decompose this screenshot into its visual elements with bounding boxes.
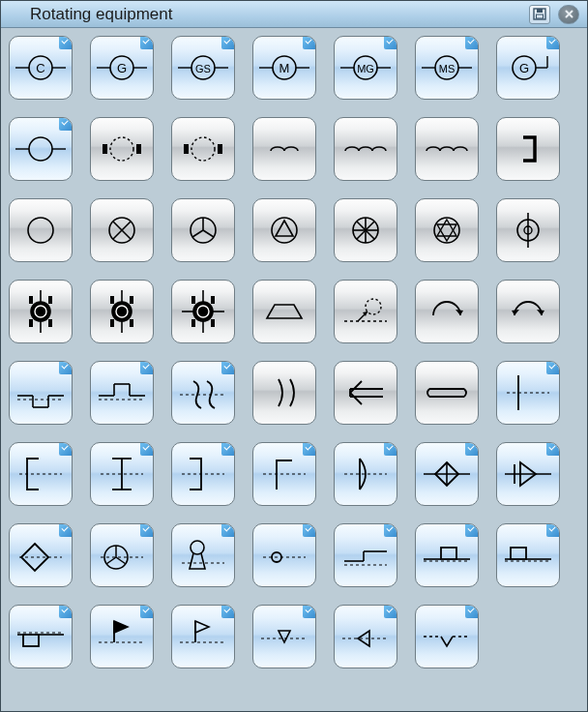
stencil-dashed-blocks-1[interactable] [90, 117, 154, 181]
svg-marker-59 [437, 224, 456, 241]
stencil-block-left-dash[interactable] [496, 523, 560, 587]
stencil-trapezoid[interactable] [252, 280, 316, 343]
stencil-vee-dash[interactable] [415, 605, 479, 668]
check-corner-icon [384, 524, 397, 537]
svg-marker-97 [456, 310, 463, 315]
stencil-flag-tri-dash[interactable] [90, 605, 154, 668]
check-corner-icon [59, 524, 72, 537]
check-corner-icon [384, 443, 397, 456]
check-corner-icon [546, 37, 559, 49]
panel-window: Rotating equipment CGGSMMGMSG [0, 0, 588, 712]
check-corner-icon [59, 606, 72, 618]
check-corner-icon [303, 524, 315, 537]
stencil-circle-thru[interactable] [496, 198, 560, 262]
check-corner-icon [59, 37, 72, 49]
close-icon [564, 9, 574, 19]
svg-marker-51 [276, 221, 293, 236]
check-corner-icon [221, 606, 234, 618]
check-corner-icon [384, 37, 397, 49]
stencil-arcs-3[interactable] [334, 117, 397, 181]
check-corner-icon [546, 362, 559, 374]
check-corner-icon [546, 443, 559, 456]
stencil-circle[interactable] [9, 198, 73, 262]
stencil-tri-down-dash[interactable] [252, 605, 316, 668]
svg-rect-79 [110, 319, 114, 327]
stencil-generator-g[interactable]: G [90, 36, 154, 100]
svg-rect-78 [130, 296, 133, 304]
stencil-curly-pair-dash[interactable] [171, 361, 235, 425]
check-corner-icon [140, 362, 153, 374]
svg-text:C: C [36, 61, 44, 75]
stencil-arcs-3b[interactable] [415, 117, 479, 181]
stencil-l-step[interactable] [252, 442, 316, 506]
svg-rect-80 [130, 319, 133, 327]
stencil-circle-x[interactable] [90, 198, 154, 262]
svg-line-143 [106, 557, 116, 564]
stencil-tri-back[interactable] [496, 442, 560, 506]
stencil-arcs-2[interactable] [252, 117, 316, 181]
svg-rect-162 [23, 635, 39, 646]
stencil-circle-tri-up[interactable] [252, 198, 316, 262]
check-corner-icon [140, 524, 153, 537]
stencil-notch-up[interactable] [9, 361, 73, 425]
stencil-bracket-open[interactable] [9, 442, 73, 506]
stencil-rhombus-dash[interactable] [9, 523, 73, 587]
stencil-block-up-dash[interactable] [415, 523, 479, 587]
stencil-generator-sync-gs[interactable]: GS [171, 36, 235, 100]
stencil-keyhole-dash[interactable] [171, 523, 235, 587]
stencil-circle-tri[interactable] [171, 198, 235, 262]
svg-point-42 [28, 218, 53, 243]
stencil-step-dash[interactable] [334, 523, 397, 587]
save-button[interactable] [529, 5, 550, 24]
stencil-panel: CGGSMMGMSG [1, 28, 587, 711]
stencil-motor-generator-mg[interactable]: MG [334, 36, 397, 100]
stencil-generator-g-alt[interactable]: G [496, 36, 560, 100]
stencil-wound-2[interactable] [90, 280, 154, 343]
svg-marker-170 [195, 621, 209, 633]
stencil-wound-3[interactable] [171, 280, 235, 343]
stencil-motor-m[interactable]: M [252, 36, 316, 100]
svg-text:M: M [279, 61, 290, 75]
stencil-bracket[interactable] [496, 117, 560, 181]
stencil-lens-dash[interactable] [334, 442, 397, 506]
stencil-wound-1[interactable] [9, 280, 73, 343]
check-corner-icon [465, 443, 478, 456]
stencil-motor-sync-ms[interactable]: MS [415, 36, 479, 100]
svg-text:MS: MS [439, 63, 456, 74]
check-corner-icon [465, 606, 478, 618]
stencil-arc-arrow[interactable] [415, 280, 479, 343]
stencil-bracket-close[interactable] [171, 442, 235, 506]
svg-text:G: G [519, 61, 529, 75]
svg-rect-158 [511, 548, 526, 559]
stencil-dot-dash[interactable] [252, 523, 316, 587]
stencil-circle-spokes[interactable] [334, 198, 397, 262]
check-corner-icon [221, 524, 234, 537]
stencil-circle-plain[interactable] [9, 117, 73, 181]
stencil-dashed-blocks-2[interactable] [171, 117, 235, 181]
stencil-diamond-dash[interactable] [415, 442, 479, 506]
stencil-eq-bars[interactable] [415, 361, 479, 425]
stencil-tri-left-dash[interactable] [334, 605, 397, 668]
window-title: Rotating equipment [30, 5, 521, 24]
svg-marker-167 [114, 621, 128, 633]
svg-rect-40 [184, 144, 189, 154]
stencil-i-beam[interactable] [90, 442, 154, 506]
stencil-flag-tri-open-dash[interactable] [171, 605, 235, 668]
svg-line-116 [350, 381, 362, 393]
stencil-converter-c[interactable]: C [9, 36, 73, 100]
stencil-arrow-left-bar[interactable] [334, 361, 397, 425]
stencil-paren-pair[interactable] [252, 361, 316, 425]
check-corner-icon [59, 118, 72, 131]
stencil-circle-star[interactable] [415, 198, 479, 262]
stencil-block-lower-dash[interactable] [9, 605, 73, 668]
stencil-t-dash[interactable] [496, 361, 560, 425]
close-button[interactable] [558, 5, 579, 24]
check-corner-icon [140, 443, 153, 456]
stencil-wheel-dash[interactable] [90, 523, 154, 587]
stencil-dashed-arrow-circle[interactable] [334, 280, 397, 343]
check-corner-icon [221, 37, 234, 49]
stencil-arc-two-arrows[interactable] [496, 280, 560, 343]
stencil-notch-down[interactable] [90, 361, 154, 425]
svg-point-57 [434, 218, 459, 243]
svg-text:G: G [117, 61, 127, 75]
